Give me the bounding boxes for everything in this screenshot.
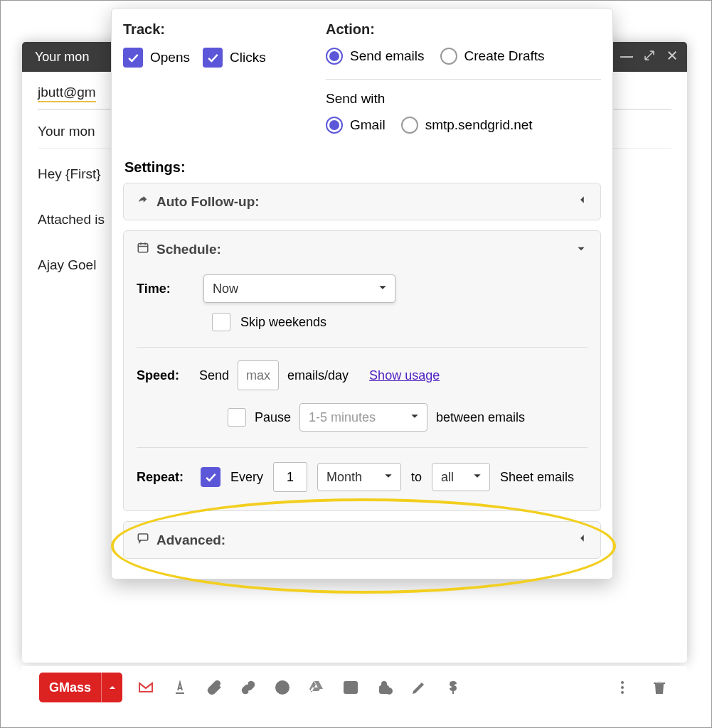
svg-point-12 bbox=[621, 681, 624, 684]
speed-send-text: Send bbox=[199, 368, 229, 383]
smtp-radio[interactable]: smtp.sendgrid.net bbox=[401, 117, 533, 134]
gmail-m-icon[interactable] bbox=[135, 677, 156, 698]
send-emails-label: Send emails bbox=[350, 48, 425, 64]
svg-rect-0 bbox=[138, 244, 148, 252]
create-drafts-radio[interactable]: Create Drafts bbox=[440, 48, 545, 65]
time-value: Now bbox=[213, 282, 238, 296]
recipient-chip[interactable]: jbutt@gm bbox=[38, 85, 96, 102]
gmass-button[interactable]: GMass bbox=[39, 673, 122, 702]
dollar-icon[interactable] bbox=[442, 677, 464, 698]
repeat-checkbox[interactable] bbox=[201, 467, 220, 487]
svg-point-5 bbox=[276, 681, 289, 694]
radio-icon bbox=[440, 48, 457, 65]
svg-point-14 bbox=[621, 691, 624, 694]
time-select[interactable]: Now bbox=[203, 274, 395, 303]
image-icon[interactable] bbox=[340, 677, 361, 698]
link-icon[interactable] bbox=[238, 677, 259, 698]
caret-down-icon bbox=[378, 282, 388, 296]
trash-icon[interactable] bbox=[649, 677, 670, 698]
auto-followup-panel: Auto Follow-up: bbox=[123, 183, 601, 220]
drive-icon[interactable] bbox=[306, 677, 327, 698]
max-emails-input[interactable] bbox=[238, 360, 279, 390]
caret-down-icon bbox=[410, 410, 420, 425]
gmass-dropdown-toggle[interactable] bbox=[101, 673, 122, 702]
divider bbox=[137, 347, 588, 348]
pause-checkbox[interactable] bbox=[228, 408, 246, 427]
skip-weekends-checkbox[interactable] bbox=[212, 313, 230, 331]
chevron-left-icon bbox=[578, 193, 588, 210]
clicks-checkbox[interactable]: Clicks bbox=[203, 48, 266, 68]
clicks-label: Clicks bbox=[230, 50, 266, 65]
minimize-icon[interactable]: — bbox=[620, 49, 633, 64]
app-frame: Your mon — jbutt@gm Your mon Hey {First}… bbox=[0, 0, 712, 728]
time-label: Time: bbox=[137, 282, 191, 296]
auto-followup-header[interactable]: Auto Follow-up: bbox=[124, 183, 600, 220]
advanced-panel: Advanced: bbox=[123, 521, 601, 559]
svg-point-7 bbox=[284, 685, 285, 687]
opens-checkbox[interactable]: Opens bbox=[123, 48, 190, 68]
schedule-header[interactable]: Schedule: bbox=[124, 231, 600, 267]
repeat-every-text: Every bbox=[230, 470, 263, 485]
advanced-label: Advanced: bbox=[156, 532, 225, 548]
svg-point-6 bbox=[280, 685, 281, 687]
divider bbox=[326, 79, 601, 80]
format-text-icon[interactable] bbox=[169, 677, 191, 698]
advanced-header[interactable]: Advanced: bbox=[124, 522, 600, 558]
more-icon[interactable] bbox=[612, 677, 633, 698]
repeat-suffix: Sheet emails bbox=[500, 470, 574, 485]
repeat-count-input[interactable] bbox=[273, 462, 307, 492]
repeat-target-select[interactable]: all bbox=[432, 463, 490, 491]
schedule-label: Schedule: bbox=[156, 242, 221, 257]
send-emails-radio[interactable]: Send emails bbox=[326, 48, 425, 65]
chevron-left-icon bbox=[578, 532, 588, 548]
schedule-panel: Schedule: Time: Now Skip weekends bbox=[123, 230, 601, 511]
compose-title: Your mon bbox=[35, 50, 89, 65]
gmass-button-label: GMass bbox=[39, 680, 101, 695]
fullscreen-icon[interactable] bbox=[643, 49, 656, 62]
gmail-label: Gmail bbox=[350, 117, 386, 133]
repeat-unit-select[interactable]: Month bbox=[317, 463, 401, 491]
svg-point-13 bbox=[621, 686, 624, 689]
show-usage-link[interactable]: Show usage bbox=[369, 368, 440, 383]
repeat-to-text: to bbox=[411, 470, 422, 485]
lock-clock-icon[interactable] bbox=[374, 677, 395, 698]
divider bbox=[137, 447, 588, 448]
caret-down-icon bbox=[383, 470, 393, 485]
pause-suffix: between emails bbox=[436, 410, 525, 425]
radio-icon bbox=[401, 117, 418, 134]
pen-icon[interactable] bbox=[408, 677, 430, 698]
chevron-down-icon bbox=[575, 242, 588, 257]
create-drafts-label: Create Drafts bbox=[464, 48, 545, 64]
gmail-radio[interactable]: Gmail bbox=[326, 117, 386, 134]
smtp-label: smtp.sendgrid.net bbox=[425, 117, 533, 133]
settings-label: Settings: bbox=[124, 159, 601, 176]
radio-selected-icon bbox=[326, 117, 343, 134]
svg-rect-4 bbox=[138, 534, 148, 540]
chat-icon bbox=[137, 532, 149, 548]
subject-text: Your mon bbox=[38, 124, 95, 139]
repeat-label: Repeat: bbox=[137, 470, 191, 485]
checkbox-checked-icon bbox=[203, 48, 223, 68]
compose-toolbar: GMass bbox=[22, 666, 687, 709]
send-with-label: Send with bbox=[326, 91, 601, 107]
track-label: Track: bbox=[123, 21, 326, 38]
repeat-unit-value: Month bbox=[326, 470, 362, 485]
speed-unit-text: emails/day bbox=[287, 368, 349, 383]
pause-value: 1-5 minutes bbox=[309, 410, 376, 425]
pause-interval-select[interactable]: 1-5 minutes bbox=[299, 403, 427, 432]
attachment-icon[interactable] bbox=[203, 677, 225, 698]
repeat-target-value: all bbox=[441, 470, 454, 485]
radio-selected-icon bbox=[326, 48, 343, 65]
speed-label: Speed: bbox=[137, 368, 191, 383]
close-icon[interactable] bbox=[666, 49, 679, 62]
action-label: Action: bbox=[326, 21, 601, 38]
pause-label: Pause bbox=[255, 410, 291, 425]
auto-followup-label: Auto Follow-up: bbox=[156, 194, 260, 210]
calendar-icon bbox=[137, 241, 149, 257]
gmass-settings-popup: Track: Opens Clicks bbox=[111, 8, 613, 579]
share-icon bbox=[137, 193, 149, 210]
opens-label: Opens bbox=[150, 50, 190, 65]
checkbox-checked-icon bbox=[123, 48, 143, 68]
skip-weekends-label: Skip weekends bbox=[240, 315, 326, 330]
emoji-icon[interactable] bbox=[272, 677, 293, 698]
